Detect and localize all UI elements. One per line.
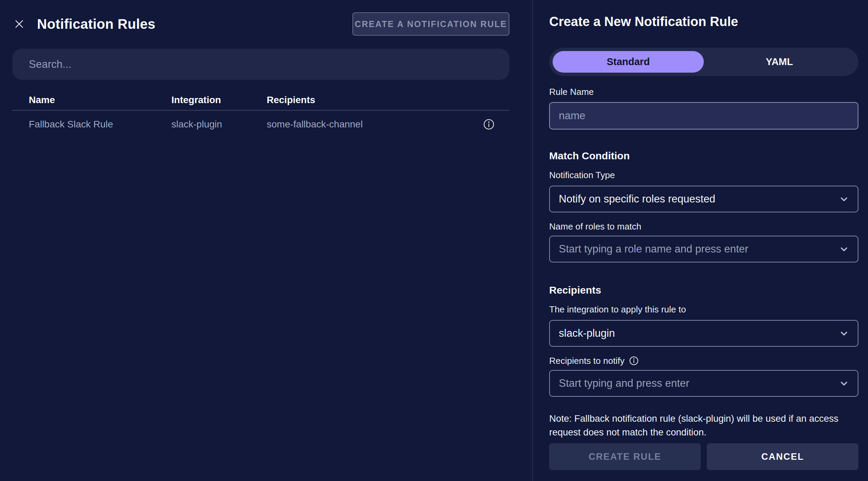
cell-integration: slack-plugin [171, 119, 267, 130]
rule-name-label: Rule Name [549, 86, 858, 97]
close-button[interactable] [12, 17, 26, 31]
info-icon[interactable] [629, 356, 639, 366]
create-rule-title: Create a New Notification Rule [549, 14, 858, 29]
cell-recipients: some-fallback-channel [267, 119, 468, 130]
notification-type-select[interactable]: Notify on specific roles requested [549, 186, 858, 212]
column-header-name: Name [29, 95, 171, 105]
cancel-button[interactable]: CANCEL [707, 443, 858, 470]
integration-value: slack-plugin [559, 327, 615, 340]
chevron-down-icon [838, 327, 850, 340]
editor-mode-toggle: Standard YAML [549, 48, 858, 76]
chevron-down-icon [838, 377, 850, 390]
notification-type-label: Notification Type [549, 170, 858, 180]
search-input[interactable] [12, 49, 509, 80]
recipients-to-notify-select[interactable]: Start typing and press enter [549, 370, 858, 397]
recipients-to-notify-text: Recipients to notify [549, 356, 625, 366]
panel-header: Notification Rules CREATE A NOTIFICATION… [12, 12, 509, 36]
close-icon [13, 18, 25, 30]
notification-rules-panel: Notification Rules CREATE A NOTIFICATION… [0, 0, 532, 481]
recipients-heading: Recipients [549, 284, 858, 297]
chevron-down-icon [838, 243, 850, 255]
tab-yaml[interactable]: YAML [704, 51, 855, 73]
row-info-button[interactable] [483, 118, 495, 131]
table-row[interactable]: Fallback Slack Rule slack-plugin some-fa… [12, 111, 509, 138]
roles-to-match-label: Name of roles to match [549, 221, 858, 232]
roles-to-match-select[interactable]: Start typing a role name and press enter [549, 236, 858, 262]
fallback-note: Note: Fallback notification rule (slack-… [549, 412, 858, 439]
notification-type-value: Notify on specific roles requested [559, 193, 715, 205]
notification-rules-screen: Notification Rules CREATE A NOTIFICATION… [0, 0, 868, 481]
recipients-to-notify-label: Recipients to notify [549, 356, 858, 366]
action-buttons: CREATE RULE CANCEL [549, 443, 858, 470]
rules-table: Name Integration Recipients Fallback Sla… [12, 95, 509, 138]
integration-label: The integration to apply this rule to [549, 304, 858, 314]
match-condition-heading: Match Condition [549, 149, 858, 162]
recipients-placeholder: Start typing and press enter [559, 377, 689, 390]
table-header-row: Name Integration Recipients [12, 95, 509, 111]
info-icon [483, 118, 495, 131]
rule-name-input[interactable] [549, 102, 858, 130]
chevron-down-icon [838, 193, 850, 205]
page-title: Notification Rules [37, 16, 155, 32]
column-header-recipients: Recipients [267, 95, 468, 105]
roles-placeholder: Start typing a role name and press enter [559, 243, 748, 255]
integration-select[interactable]: slack-plugin [549, 320, 858, 347]
column-header-integration: Integration [171, 95, 267, 105]
create-rule-button[interactable]: CREATE RULE [549, 443, 701, 470]
create-notification-rule-button[interactable]: CREATE A NOTIFICATION RULE [352, 12, 509, 36]
tab-standard[interactable]: Standard [553, 51, 704, 73]
cell-name: Fallback Slack Rule [29, 119, 171, 130]
header-left: Notification Rules [12, 16, 155, 32]
create-rule-panel: Create a New Notification Rule Standard … [532, 0, 868, 481]
